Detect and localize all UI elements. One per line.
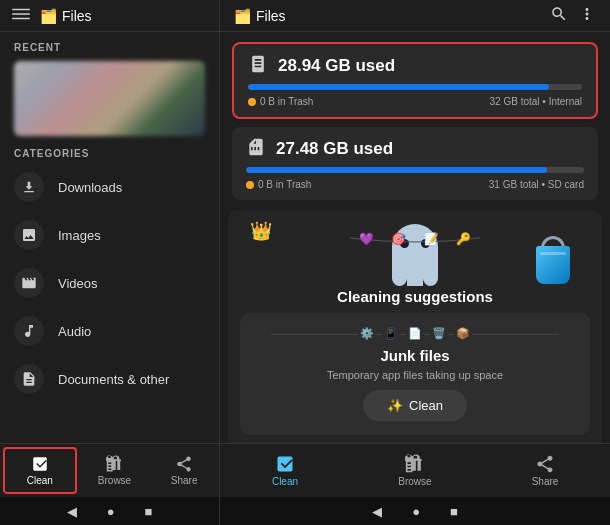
junk-files-card: ⚙️ 📱 📄 🗑️ 📦 Junk files Temporary app fil… xyxy=(240,313,590,435)
internal-total-label: 32 GB total • Internal xyxy=(490,96,582,107)
right-top-bar: 🗂️ Files xyxy=(220,0,610,32)
category-audio-label: Audio xyxy=(58,324,91,339)
sdcard-trash-label: 0 B in Trash xyxy=(258,179,311,190)
left-nav-clean-label: Clean xyxy=(27,475,53,486)
hamburger-icon[interactable] xyxy=(12,5,30,27)
sdcard-storage-icon xyxy=(246,137,266,161)
categories-section: CATEGORIES Downloads Images Videos xyxy=(0,142,219,403)
clean-button-label: Clean xyxy=(409,398,443,413)
svg-rect-0 xyxy=(12,8,30,10)
svg-rect-2 xyxy=(12,17,30,19)
category-item-audio[interactable]: Audio xyxy=(0,307,219,355)
sparkle-icon: ✨ xyxy=(387,398,403,413)
back-button-left[interactable]: ◀ xyxy=(67,504,77,519)
back-button-right[interactable]: ◀ xyxy=(372,504,382,519)
cleaning-section: 👑 xyxy=(228,210,602,443)
left-nav-browse-label: Browse xyxy=(98,475,131,486)
svg-rect-1 xyxy=(12,13,30,15)
junk-title: Junk files xyxy=(380,347,449,364)
right-nav-share-label: Share xyxy=(532,476,559,487)
storage-card-internal: 28.94 GB used 0 B in Trash 32 GB total •… xyxy=(232,42,598,119)
category-item-videos[interactable]: Videos xyxy=(0,259,219,307)
home-button-left[interactable]: ● xyxy=(107,504,115,519)
sys-nav-left: ◀ ● ■ xyxy=(0,497,219,525)
internal-storage-meta: 0 B in Trash 32 GB total • Internal xyxy=(248,96,582,107)
crown-decoration: 👑 xyxy=(250,220,272,242)
left-nav-share-label: Share xyxy=(171,475,198,486)
right-nav-share[interactable]: Share xyxy=(480,444,610,497)
left-nav-share[interactable]: Share xyxy=(149,444,219,497)
junk-deco-row: ⚙️ 📱 📄 🗑️ 📦 xyxy=(256,327,574,340)
right-nav-clean[interactable]: Clean xyxy=(220,444,350,497)
right-app-title: 🗂️ Files xyxy=(234,8,286,24)
left-app-title: 🗂️ Files xyxy=(40,8,92,24)
sdcard-storage-used: 27.48 GB used xyxy=(276,139,393,159)
right-nav-clean-label: Clean xyxy=(272,476,298,487)
more-icon[interactable] xyxy=(578,5,596,27)
category-documents-label: Documents & other xyxy=(58,372,169,387)
recent-label: RECENT xyxy=(14,42,205,53)
search-icon[interactable] xyxy=(550,5,568,27)
internal-trash-label: 0 B in Trash xyxy=(260,96,313,107)
category-downloads-label: Downloads xyxy=(58,180,122,195)
categories-label: CATEGORIES xyxy=(0,148,219,163)
sdcard-storage-bar xyxy=(246,167,584,173)
internal-storage-bar xyxy=(248,84,582,90)
category-item-images[interactable]: Images xyxy=(0,211,219,259)
string-decoration: 💜 🎯 📝 🔑 xyxy=(350,226,480,251)
recents-button-right[interactable]: ■ xyxy=(450,504,458,519)
left-nav-browse[interactable]: Browse xyxy=(80,444,150,497)
junk-subtitle: Temporary app files taking up space xyxy=(327,369,503,381)
mascot-area: 👑 xyxy=(240,218,590,286)
left-nav-clean[interactable]: Clean xyxy=(3,447,77,494)
category-images-label: Images xyxy=(58,228,101,243)
internal-storage-used: 28.94 GB used xyxy=(278,56,395,76)
recent-section: RECENT xyxy=(0,32,219,142)
internal-storage-icon xyxy=(248,54,268,78)
right-nav-browse[interactable]: Browse xyxy=(350,444,480,497)
sys-nav-right: ◀ ● ■ xyxy=(220,497,610,525)
category-item-downloads[interactable]: Downloads xyxy=(0,163,219,211)
recents-button-left[interactable]: ■ xyxy=(145,504,153,519)
right-bottom-nav: Clean Browse Share xyxy=(220,443,610,497)
sdcard-storage-meta: 0 B in Trash 31 GB total • SD card xyxy=(246,179,584,190)
bucket-mascot xyxy=(536,246,570,286)
storage-card-sdcard: 27.48 GB used 0 B in Trash 31 GB total •… xyxy=(232,127,598,200)
recent-thumbnail xyxy=(14,61,205,136)
storage-section: 28.94 GB used 0 B in Trash 32 GB total •… xyxy=(220,32,610,210)
home-button-right[interactable]: ● xyxy=(412,504,420,519)
left-bottom-nav: Clean Browse Share xyxy=(0,443,219,497)
clean-button[interactable]: ✨ Clean xyxy=(363,390,467,421)
right-nav-browse-label: Browse xyxy=(398,476,431,487)
sdcard-total-label: 31 GB total • SD card xyxy=(489,179,584,190)
category-item-documents[interactable]: Documents & other xyxy=(0,355,219,403)
cleaning-title: Cleaning suggestions xyxy=(337,288,493,305)
category-videos-label: Videos xyxy=(58,276,98,291)
